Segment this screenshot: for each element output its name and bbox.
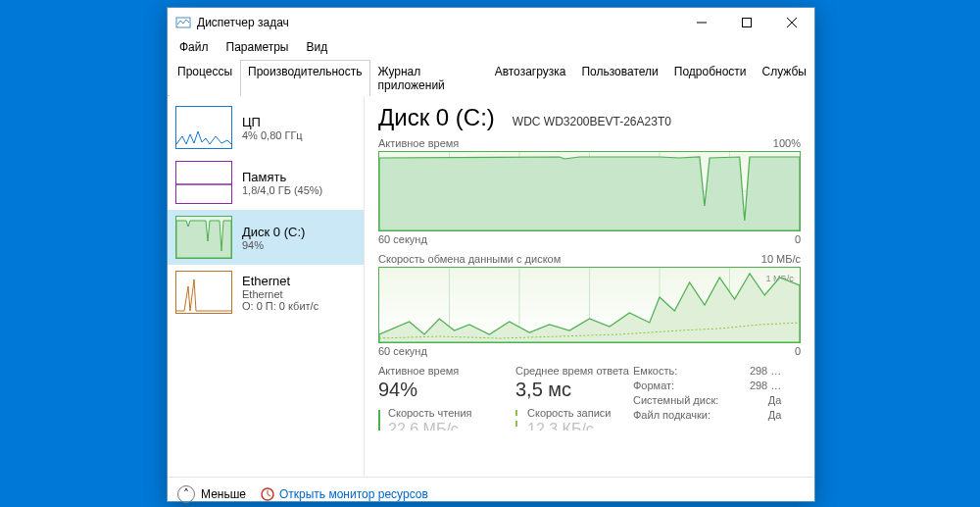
sidebar-item-memory[interactable]: Память1,8/4,0 ГБ (45%): [168, 155, 364, 210]
cpu-title: ЦП: [242, 115, 303, 129]
disk-thumbnail: [175, 216, 232, 259]
chart1-xleft: 60 секунд: [378, 233, 427, 245]
titlebar[interactable]: Диспетчер задач: [168, 8, 814, 37]
ethernet-sub1: Ethernet: [242, 288, 318, 300]
menu-view[interactable]: Вид: [298, 38, 335, 56]
menubar: Файл Параметры Вид: [168, 37, 814, 57]
stat-write-value: 12,3 КБ/с: [527, 421, 611, 431]
task-manager-window: Диспетчер задач Файл Параметры Вид Проце…: [167, 7, 815, 502]
stat-read-value: 22,6 МБ/с: [388, 421, 472, 431]
sidebar-item-disk[interactable]: Диск 0 (C:)94%: [168, 210, 364, 265]
chart2-max: 10 МБ/с: [761, 253, 801, 265]
chart2-xright: 0: [795, 345, 801, 357]
chevron-up-icon: ˄: [177, 485, 195, 503]
menu-options[interactable]: Параметры: [219, 38, 297, 56]
stat-page-label: Файл подкачки:: [633, 409, 710, 421]
tab-processes[interactable]: Процессы: [170, 60, 240, 96]
stat-resp-value: 3,5 мс: [515, 379, 629, 401]
stat-cap-value: 298 …: [738, 365, 781, 377]
stat-sys-value: Да: [738, 394, 781, 406]
chart2-xleft: 60 секунд: [378, 345, 427, 357]
memory-sub: 1,8/4,0 ГБ (45%): [242, 184, 322, 196]
maximize-button[interactable]: [724, 8, 769, 37]
window-title: Диспетчер задач: [197, 16, 679, 29]
disk-title: Диск 0 (C:): [242, 225, 305, 239]
chart1-max: 100%: [773, 137, 801, 149]
disk-sub: 94%: [242, 239, 305, 251]
stat-sys-label: Системный диск:: [633, 394, 718, 406]
svg-line-21: [268, 494, 270, 496]
chart2-label: Скорость обмена данными с диском: [378, 253, 561, 265]
tab-services[interactable]: Службы: [755, 60, 814, 96]
memory-title: Память: [242, 170, 322, 184]
svg-rect-2: [743, 19, 752, 27]
tab-bar: Процессы Производительность Журнал прило…: [168, 59, 814, 96]
ethernet-thumbnail: [175, 271, 232, 314]
read-legend-icon: [378, 410, 380, 431]
disk-model: WDC WD3200BEVT-26A23T0: [513, 115, 671, 128]
stat-active-label: Активное время: [378, 365, 494, 377]
tab-users[interactable]: Пользователи: [573, 60, 665, 96]
footer: ˄Меньше Открыть монитор ресурсов: [168, 477, 814, 507]
active-time-chart: [378, 151, 801, 231]
stat-resp-label: Среднее время ответа: [515, 365, 629, 377]
stat-cap-label: Емкость:: [633, 365, 677, 377]
stat-fmt-value: 298 …: [738, 380, 781, 391]
ethernet-title: Ethernet: [242, 274, 318, 288]
sidebar-item-cpu[interactable]: ЦП4% 0,80 ГГц: [168, 100, 364, 155]
chart1-xright: 0: [795, 233, 801, 245]
cpu-thumbnail: [175, 106, 232, 149]
ethernet-sub2: О: 0 П: 0 кбит/с: [242, 300, 318, 312]
tab-apphistory[interactable]: Журнал приложений: [370, 60, 487, 96]
tab-details[interactable]: Подробности: [666, 60, 755, 96]
cpu-sub: 4% 0,80 ГГц: [242, 129, 303, 141]
stat-read-label: Скорость чтения: [388, 407, 472, 419]
app-icon: [175, 15, 191, 30]
chart1-label: Активное время: [378, 137, 459, 149]
memory-thumbnail: [175, 161, 232, 204]
resmon-icon: [260, 486, 275, 502]
tab-startup[interactable]: Автозагрузка: [487, 60, 574, 96]
minimize-button[interactable]: [679, 8, 724, 37]
stat-write-label: Скорость записи: [527, 407, 611, 419]
performance-sidebar: ЦП4% 0,80 ГГц Память1,8/4,0 ГБ (45%) Дис…: [168, 96, 365, 477]
transfer-rate-chart: 1 МБ/с: [378, 267, 801, 343]
menu-file[interactable]: Файл: [172, 38, 217, 56]
open-resource-monitor-link[interactable]: Открыть монитор ресурсов: [260, 486, 428, 502]
close-button[interactable]: [769, 8, 814, 37]
stat-active-value: 94%: [378, 379, 494, 401]
stat-fmt-label: Формат:: [633, 380, 674, 391]
sidebar-item-ethernet[interactable]: EthernetEthernetО: 0 П: 0 кбит/с: [168, 265, 364, 320]
main-panel: Диск 0 (C:) WDC WD3200BEVT-26A23T0 Актив…: [365, 96, 814, 477]
write-legend-icon: [515, 410, 519, 431]
page-title: Диск 0 (C:): [378, 104, 495, 131]
fewer-details-button[interactable]: ˄Меньше: [177, 485, 246, 503]
stat-page-value: Да: [738, 409, 781, 421]
tab-performance[interactable]: Производительность: [240, 60, 369, 96]
